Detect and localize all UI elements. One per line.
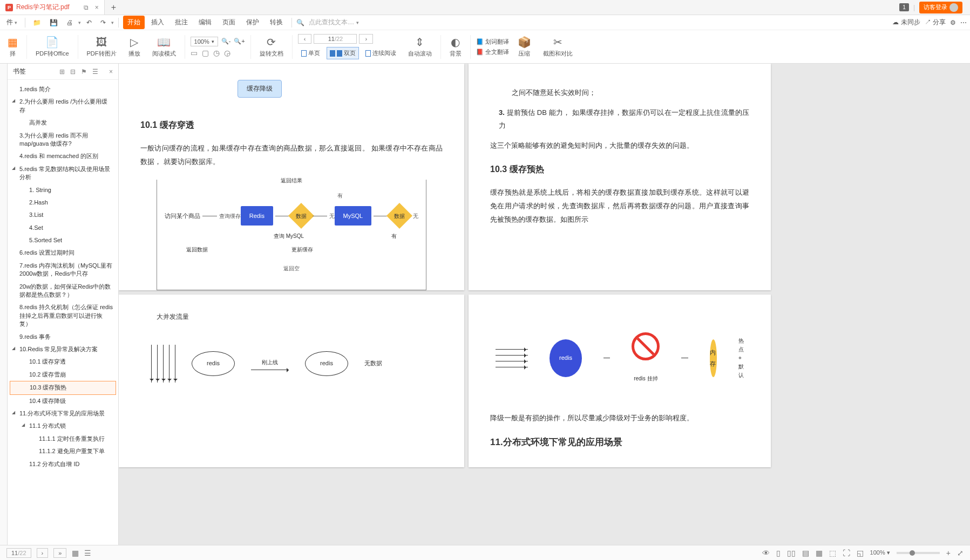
status-next-button[interactable]: › bbox=[37, 548, 49, 558]
fit-mode-icon[interactable]: ◷ bbox=[213, 49, 220, 57]
eye-mode-icon[interactable]: 👁 bbox=[762, 549, 770, 557]
bookmark-item[interactable]: 4.redis 和 memcached 的区别 bbox=[10, 150, 116, 162]
tab-edit[interactable]: 编辑 bbox=[194, 16, 216, 29]
next-page-button[interactable]: › bbox=[359, 34, 373, 44]
play-button[interactable]: ▷播放 bbox=[125, 35, 144, 59]
bookmark-item[interactable]: 9.redis 事务 bbox=[10, 331, 116, 343]
bookmark-item[interactable]: 11.2 分布式自增 ID bbox=[10, 458, 116, 470]
bookmark-item[interactable]: ◢2.为什么要用 redis /为什么要用缓存 bbox=[10, 95, 116, 117]
bookmark-item[interactable]: 6.redis 设置过期时间 bbox=[10, 247, 116, 259]
bookmark-item[interactable]: 4.Set bbox=[10, 222, 116, 234]
background-button[interactable]: ◐背景 bbox=[446, 35, 465, 59]
bookmark-item[interactable]: 10.2 缓存雪崩 bbox=[10, 368, 116, 381]
side-tabs[interactable] bbox=[0, 64, 8, 545]
bookmark-item[interactable]: 1. String bbox=[10, 184, 116, 196]
tab-insert[interactable]: 插入 bbox=[147, 16, 168, 29]
fit-page-icon[interactable]: ⬚ bbox=[829, 549, 836, 557]
fit-mode-icon[interactable]: ▢ bbox=[202, 49, 209, 57]
bookmark-list-icon[interactable]: ☰ bbox=[92, 68, 98, 76]
pdf-to-image-button[interactable]: 🖼PDF转图片 bbox=[84, 35, 120, 59]
close-icon[interactable]: × bbox=[95, 4, 99, 11]
zoom-select[interactable]: 100% ▾ bbox=[191, 37, 218, 46]
read-mode-button[interactable]: 📖阅读模式 bbox=[149, 35, 179, 59]
bookmark-item[interactable]: 7.redis 内存淘汰机制（MySQL里有2000w数据，Redis中只存 bbox=[10, 259, 116, 281]
bookmark-item[interactable]: ◢11.1 分布式锁 bbox=[10, 420, 116, 432]
bookmark-item[interactable]: 2.Hash bbox=[10, 196, 116, 209]
close-panel-icon[interactable]: × bbox=[109, 68, 113, 76]
page-list-icon[interactable]: ☰ bbox=[84, 549, 91, 557]
collapse-all-icon[interactable]: ⊟ bbox=[70, 68, 76, 76]
bookmark-item[interactable]: ◢11.分布式环境下常见的应用场景 bbox=[10, 407, 116, 420]
double-page-button[interactable]: 双页 bbox=[327, 47, 359, 59]
save-icon[interactable]: 💾 bbox=[46, 17, 61, 29]
new-tab-button[interactable]: + bbox=[105, 3, 123, 12]
cloud-sync-icon[interactable]: ☁ 未同步 bbox=[892, 18, 920, 27]
zoom-in-icon[interactable]: + bbox=[946, 549, 951, 557]
page-thumbnails-icon[interactable]: ▦ bbox=[72, 549, 79, 557]
bookmark-item[interactable]: 1.redis 简介 bbox=[10, 83, 116, 95]
settings-icon[interactable]: ⚙ bbox=[950, 19, 956, 26]
single-page-button[interactable]: 单页 bbox=[298, 47, 323, 59]
continuous-button[interactable]: 连续阅读 bbox=[362, 47, 399, 59]
expand-all-icon[interactable]: ⊞ bbox=[59, 68, 65, 76]
translate-full-button[interactable]: 📕 全文翻译 bbox=[476, 48, 509, 56]
view-single-icon[interactable]: ▯ bbox=[776, 549, 781, 557]
fullscreen-icon[interactable]: ⛶ bbox=[843, 549, 850, 557]
tab-page[interactable]: 页面 bbox=[218, 16, 240, 29]
document-viewport[interactable]: 缓存降级 10.1 缓存穿透 一般访问缓存的流程，如果缓存中存在查询的商品数据，… bbox=[119, 64, 970, 545]
translate-selection-button[interactable]: 📘 划词翻译 bbox=[476, 38, 509, 46]
share-button[interactable]: ↗ 分享 bbox=[925, 18, 946, 27]
bookmark-item[interactable]: 20w的数据，如何保证Redis中的数据都是热点数据？） bbox=[10, 281, 116, 302]
rotate-button[interactable]: ⟳旋转文档 bbox=[256, 35, 287, 59]
bookmark-item[interactable]: 3.List bbox=[10, 209, 116, 221]
view-double-icon[interactable]: ▯▯ bbox=[787, 549, 796, 557]
bookmark-item[interactable]: ◢5.redis 常见数据结构以及使用场景分析 bbox=[10, 163, 116, 184]
side-panel-toggle[interactable]: ▦择 bbox=[4, 35, 21, 59]
bookmark-item[interactable]: 10.1 缓存穿透 bbox=[10, 356, 116, 368]
prev-page-button[interactable]: ‹ bbox=[298, 34, 312, 44]
zoom-fit-icon[interactable]: ◱ bbox=[857, 549, 864, 557]
tab-start[interactable]: 开始 bbox=[123, 16, 145, 29]
status-last-button[interactable]: » bbox=[53, 548, 66, 558]
undo-icon[interactable]: ↶ bbox=[83, 17, 95, 29]
bookmark-item[interactable]: 高并发 bbox=[10, 117, 116, 129]
print-icon[interactable]: 🖨 bbox=[63, 17, 76, 29]
notification-badge[interactable]: 1 bbox=[899, 3, 909, 11]
bookmark-item[interactable]: ◢10.Redis 常见异常及解决方案 bbox=[10, 343, 116, 356]
tab-protect[interactable]: 保护 bbox=[242, 16, 263, 29]
pdf-to-office-button[interactable]: 📄PDF转Office bbox=[32, 35, 72, 59]
search-input[interactable]: 点此查找文本… bbox=[309, 18, 354, 27]
bookmark-item[interactable]: 10.3 缓存预热 bbox=[10, 381, 116, 394]
login-button[interactable]: 访客登录 bbox=[919, 2, 962, 13]
crop-compare-button[interactable]: ✂截图和对比 bbox=[540, 35, 576, 59]
document-tab[interactable]: P Redis学习笔记.pdf ⧉ × bbox=[0, 0, 105, 15]
bookmark-item[interactable]: 3.为什么要用 redis 而不用 map/guava 做缓存? bbox=[10, 129, 116, 151]
view-grid-icon[interactable]: ▦ bbox=[816, 549, 823, 557]
tab-convert[interactable]: 转换 bbox=[266, 16, 287, 29]
search-icon[interactable]: 🔍 bbox=[296, 19, 304, 26]
zoom-out-icon[interactable]: 🔍- bbox=[221, 38, 231, 45]
tab-annotate[interactable]: 批注 bbox=[171, 16, 192, 29]
file-menu[interactable]: 件 ▾ bbox=[3, 16, 21, 29]
bookmark-item[interactable]: 5.Sorted Set bbox=[10, 234, 116, 247]
status-page-input[interactable]: 11/22 bbox=[6, 548, 31, 558]
bookmark-item[interactable]: 11.1.2 避免用户重复下单 bbox=[10, 445, 116, 457]
bookmark-item[interactable]: 11.1.1 定时任务重复执行 bbox=[10, 433, 116, 445]
menu-more-icon[interactable]: ⋯ bbox=[960, 19, 967, 26]
status-zoom[interactable]: 100% ▾ bbox=[870, 549, 890, 556]
page-input[interactable]: 11/22 bbox=[314, 34, 357, 44]
bookmark-add-icon[interactable]: ⚑ bbox=[81, 68, 87, 76]
fit-mode-icon[interactable]: ▭ bbox=[191, 49, 198, 57]
compress-button[interactable]: 📦压缩 bbox=[514, 35, 534, 59]
bookmark-item[interactable]: 10.4 缓存降级 bbox=[10, 395, 116, 407]
open-icon[interactable]: 📁 bbox=[30, 17, 44, 29]
fit-width-button[interactable]: ⇕自动滚动 bbox=[405, 35, 435, 59]
redo-icon[interactable]: ↷ bbox=[97, 17, 109, 29]
view-continuous-icon[interactable]: ▤ bbox=[802, 549, 809, 557]
fit-mode-icon[interactable]: ◶ bbox=[224, 49, 230, 57]
zoom-slider[interactable] bbox=[897, 552, 940, 554]
window-icon[interactable]: ⧉ bbox=[84, 4, 89, 11]
bookmark-item[interactable]: 8.redis 持久化机制（怎么保证 redis 挂掉之后再重启数据可以进行恢复… bbox=[10, 301, 116, 330]
expand-icon[interactable]: ⤢ bbox=[957, 549, 964, 557]
zoom-in-icon[interactable]: 🔍+ bbox=[234, 38, 245, 45]
